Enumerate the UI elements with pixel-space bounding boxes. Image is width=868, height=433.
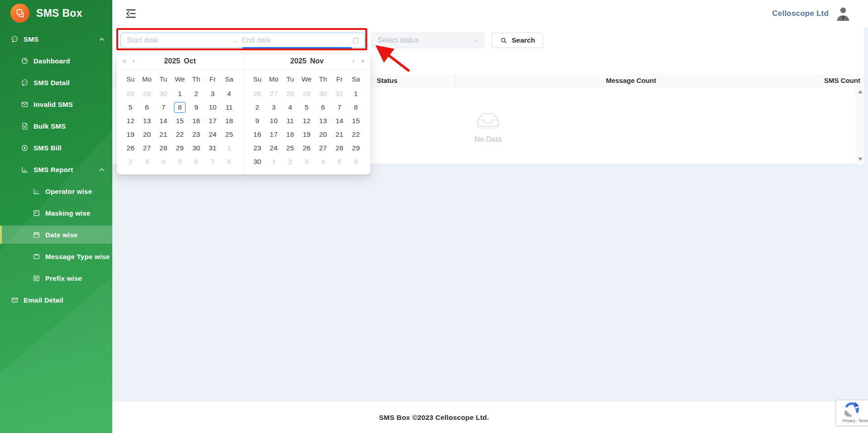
date-cell-nov-29[interactable]: 29	[348, 143, 364, 154]
date-cell-oct-31[interactable]: 31	[204, 143, 221, 154]
date-cell-nov-31[interactable]: 31	[331, 88, 347, 99]
date-cell-nov-26[interactable]: 26	[298, 143, 315, 154]
sidebar-item-sms-report[interactable]: SMS Report	[0, 160, 112, 178]
search-button[interactable]: Search	[492, 33, 543, 48]
date-cell-nov-29[interactable]: 29	[298, 88, 315, 99]
date-cell-oct-4[interactable]: 4	[155, 156, 172, 167]
date-cell-nov-14[interactable]: 14	[331, 115, 347, 126]
date-cell-nov-18[interactable]: 18	[282, 129, 298, 140]
recaptcha-badge[interactable]: Privacy - Terms	[836, 400, 868, 426]
next-month-icon[interactable]: ›	[352, 57, 355, 64]
date-cell-oct-29[interactable]: 29	[139, 88, 155, 99]
scroll-up-icon[interactable]	[858, 90, 863, 93]
prev-month-icon[interactable]: ‹	[133, 57, 135, 64]
date-cell-nov-24[interactable]: 24	[265, 143, 282, 154]
sidebar-item-masking-wise[interactable]: Masking wise	[0, 204, 112, 222]
app-logo[interactable]: SMS Box	[10, 4, 82, 23]
recaptcha-privacy-terms[interactable]: Privacy - Terms	[837, 419, 868, 423]
date-cell-oct-6[interactable]: 6	[139, 102, 155, 113]
date-cell-nov-30[interactable]: 30	[315, 88, 331, 99]
date-cell-oct-14[interactable]: 14	[155, 115, 172, 126]
date-cell-oct-27[interactable]: 27	[139, 143, 155, 154]
sidebar-item-sms-detail[interactable]: SMS Detail	[0, 73, 112, 91]
date-cell-oct-28[interactable]: 28	[122, 88, 139, 99]
date-cell-oct-24[interactable]: 24	[204, 129, 221, 140]
year-button[interactable]: 2025	[164, 57, 180, 65]
date-cell-nov-11[interactable]: 11	[282, 115, 298, 126]
date-cell-nov-12[interactable]: 12	[298, 115, 315, 126]
date-cell-oct-30[interactable]: 30	[155, 88, 172, 99]
super-prev-icon[interactable]: «	[123, 57, 126, 64]
date-cell-oct-5[interactable]: 5	[122, 102, 139, 113]
date-cell-oct-16[interactable]: 16	[188, 115, 204, 126]
date-cell-oct-3[interactable]: 3	[139, 156, 155, 167]
date-cell-nov-20[interactable]: 20	[315, 129, 331, 140]
date-cell-nov-30[interactable]: 30	[249, 156, 265, 167]
date-cell-nov-17[interactable]: 17	[265, 129, 282, 140]
month-button[interactable]: Oct	[184, 57, 196, 65]
sidebar-item-invalid-sms[interactable]: Invalid SMS	[0, 95, 112, 113]
date-cell-oct-13[interactable]: 13	[139, 115, 155, 126]
date-cell-nov-7[interactable]: 7	[331, 102, 347, 113]
scroll-down-icon[interactable]	[858, 158, 863, 161]
date-cell-nov-1[interactable]: 1	[348, 88, 364, 99]
date-cell-nov-27[interactable]: 27	[265, 88, 282, 99]
table-scrollbar[interactable]	[856, 87, 864, 164]
date-cell-oct-8[interactable]: 8	[172, 102, 188, 113]
menu-fold-icon[interactable]	[125, 7, 137, 20]
date-cell-oct-26[interactable]: 26	[122, 143, 139, 154]
date-cell-oct-3[interactable]: 3	[204, 88, 221, 99]
date-cell-oct-30[interactable]: 30	[188, 143, 204, 154]
month-button[interactable]: Nov	[310, 57, 324, 65]
date-cell-oct-21[interactable]: 21	[155, 129, 172, 140]
date-cell-nov-9[interactable]: 9	[249, 115, 265, 126]
sidebar-item-dashboard[interactable]: Dashboard	[0, 52, 112, 70]
date-cell-oct-7[interactable]: 7	[204, 156, 221, 167]
date-cell-nov-5[interactable]: 5	[331, 156, 347, 167]
date-cell-oct-20[interactable]: 20	[139, 129, 155, 140]
date-cell-nov-28[interactable]: 28	[282, 88, 298, 99]
date-cell-nov-23[interactable]: 23	[249, 143, 265, 154]
date-cell-nov-21[interactable]: 21	[331, 129, 347, 140]
date-cell-oct-1[interactable]: 1	[221, 143, 237, 154]
sidebar-item-bulk-sms[interactable]: Bulk SMS	[0, 117, 112, 135]
user-avatar-icon[interactable]	[835, 6, 851, 22]
date-cell-nov-15[interactable]: 15	[348, 115, 364, 126]
date-cell-oct-29[interactable]: 29	[172, 143, 188, 154]
date-cell-oct-6[interactable]: 6	[188, 156, 204, 167]
date-cell-nov-28[interactable]: 28	[331, 143, 347, 154]
date-cell-nov-2[interactable]: 2	[249, 102, 265, 113]
date-cell-oct-15[interactable]: 15	[172, 115, 188, 126]
date-cell-oct-4[interactable]: 4	[221, 88, 237, 99]
date-cell-nov-2[interactable]: 2	[282, 156, 298, 167]
date-cell-oct-23[interactable]: 23	[188, 129, 204, 140]
date-cell-oct-9[interactable]: 9	[188, 102, 204, 113]
date-cell-oct-1[interactable]: 1	[172, 88, 188, 99]
date-cell-nov-27[interactable]: 27	[315, 143, 331, 154]
date-cell-nov-16[interactable]: 16	[249, 129, 265, 140]
date-range-picker[interactable]: →	[120, 33, 365, 48]
date-cell-nov-8[interactable]: 8	[348, 102, 364, 113]
date-cell-oct-2[interactable]: 2	[188, 88, 204, 99]
date-cell-oct-5[interactable]: 5	[172, 156, 188, 167]
sidebar-item-email-detail[interactable]: Email Detail	[0, 291, 112, 309]
status-select[interactable]: Select status	[371, 33, 484, 48]
date-cell-nov-4[interactable]: 4	[282, 102, 298, 113]
date-cell-oct-28[interactable]: 28	[155, 143, 172, 154]
date-cell-nov-10[interactable]: 10	[265, 115, 282, 126]
date-cell-oct-22[interactable]: 22	[172, 129, 188, 140]
date-cell-oct-18[interactable]: 18	[221, 115, 237, 126]
year-button[interactable]: 2025	[290, 57, 307, 65]
sidebar-item-sms-bill[interactable]: $SMS Bill	[0, 139, 112, 157]
date-cell-nov-5[interactable]: 5	[298, 102, 315, 113]
date-cell-oct-2[interactable]: 2	[122, 156, 139, 167]
date-cell-oct-10[interactable]: 10	[204, 102, 221, 113]
date-cell-nov-6[interactable]: 6	[315, 102, 331, 113]
date-cell-nov-22[interactable]: 22	[348, 129, 364, 140]
date-cell-nov-3[interactable]: 3	[298, 156, 315, 167]
sidebar-item-sms[interactable]: SMS	[0, 30, 112, 48]
date-cell-oct-12[interactable]: 12	[122, 115, 139, 126]
super-next-icon[interactable]: »	[361, 57, 364, 64]
date-cell-nov-13[interactable]: 13	[315, 115, 331, 126]
date-cell-nov-4[interactable]: 4	[315, 156, 331, 167]
